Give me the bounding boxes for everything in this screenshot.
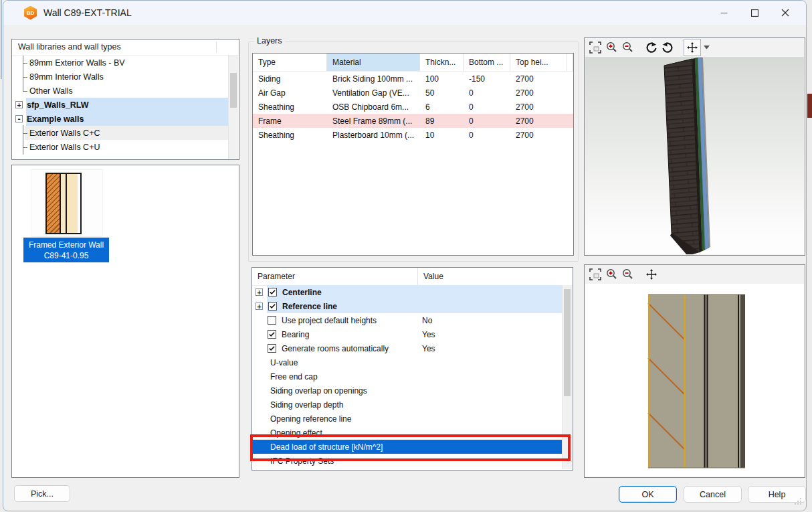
layer-row[interactable]: SheathingPlasterboard 10mm (...1002700 <box>253 128 573 142</box>
column-header-value[interactable]: Value <box>417 268 443 285</box>
pick-button[interactable]: Pick... <box>14 485 70 502</box>
parameter-row[interactable]: IFC Property Sets <box>253 454 563 468</box>
tree-header[interactable]: Wall libraries and wall types <box>12 39 239 56</box>
tree-item[interactable]: Exterior Walls C+U <box>13 140 229 154</box>
layers-table-header: Type Material Thickn... Bottom ... Top h… <box>253 54 573 72</box>
tree-item-label: Example walls <box>27 114 84 124</box>
orbit-icon[interactable] <box>684 39 701 56</box>
parameter-label: Bearing <box>282 330 309 339</box>
parameter-table: Parameter Value +Centerline+Reference li… <box>251 267 573 471</box>
window-title: Wall C89-EXT-TRIAL <box>43 7 132 18</box>
rotate-left-icon[interactable] <box>643 39 659 56</box>
pan-icon[interactable] <box>643 266 659 282</box>
fit-to-window-icon[interactable] <box>587 266 603 282</box>
tree-item[interactable]: -Example walls <box>13 112 229 126</box>
orbit-dropdown-icon[interactable] <box>701 39 712 56</box>
column-header-top-height[interactable]: Top hei... <box>510 54 567 71</box>
layer-row[interactable]: SheathingOSB Chipboard 6m...602700 <box>253 100 573 114</box>
tree-item-label: Other Walls <box>29 86 73 96</box>
tree-item[interactable]: 89mm Exterior Walls - BV <box>13 56 229 70</box>
layer-cell-type: Sheathing <box>253 100 327 114</box>
parameter-row[interactable]: Use project default heightsNo <box>253 313 563 327</box>
parameter-row[interactable]: +Centerline <box>253 285 563 299</box>
thumb-layer-frame <box>67 174 78 233</box>
tree-item[interactable]: Other Walls <box>13 84 229 98</box>
tree-item[interactable]: +sfp_Walls_RLW <box>13 98 229 112</box>
layer-row[interactable]: FrameSteel Frame 89mm (...8902700 <box>253 114 573 128</box>
rotate-right-icon[interactable] <box>659 39 676 56</box>
close-button[interactable] <box>770 1 801 25</box>
wall-name: Framed Exterior Wall <box>23 240 109 250</box>
checkbox-checked[interactable] <box>268 344 276 353</box>
viewer-3d-viewport[interactable] <box>585 57 804 254</box>
maximize-button[interactable] <box>739 1 770 25</box>
tree-item[interactable]: 89mm Interior Walls <box>13 70 229 84</box>
tree-item[interactable]: Exterior Walls C+C <box>13 126 229 140</box>
tree-scrollbar-thumb[interactable] <box>230 73 237 108</box>
parameter-label: Opening effect <box>270 428 322 438</box>
tree-item-label: Exterior Walls C+C <box>29 129 100 138</box>
layer-cell-material: Brick Siding 100mm ... <box>327 72 420 86</box>
tree-item-label: 89mm Interior Walls <box>29 72 104 82</box>
parameter-row[interactable]: BearingYes <box>253 327 563 341</box>
parameter-scrollbar[interactable] <box>562 285 572 469</box>
parameter-label: Siding overlap on openings <box>270 386 367 396</box>
parameter-label: U-value <box>270 358 298 367</box>
layer-cell-type: Air Gap <box>253 86 327 100</box>
parameter-row[interactable]: +Reference line <box>253 299 563 313</box>
ok-button[interactable]: OK <box>619 486 677 503</box>
wall-thumbnail-label[interactable]: Framed Exterior Wall C89-41-0.95 <box>23 238 109 262</box>
checkbox-checked[interactable] <box>268 330 276 339</box>
parameter-value: Yes <box>422 330 435 339</box>
parameter-row[interactable]: Generate rooms automaticallyYes <box>253 341 563 355</box>
zoom-out-icon[interactable] <box>619 266 635 282</box>
column-header-parameter[interactable]: Parameter <box>252 268 417 285</box>
viewer-2d-toolbar <box>585 265 805 284</box>
zoom-in-icon[interactable] <box>603 39 619 56</box>
layer-cell-thickness: 100 <box>420 72 464 86</box>
parameter-value: No <box>422 316 432 325</box>
viewer-2d-viewport[interactable] <box>585 284 804 477</box>
app-icon: BD <box>23 6 37 20</box>
parameter-row[interactable]: Opening effect <box>253 426 563 440</box>
column-header-material[interactable]: Material <box>327 54 420 71</box>
cancel-button[interactable]: Cancel <box>684 486 742 503</box>
checkbox-unchecked[interactable] <box>268 316 276 325</box>
parameter-label: Siding overlap depth <box>270 400 343 410</box>
tree-scrollbar[interactable] <box>228 56 238 159</box>
parameter-row[interactable]: Opening reference line <box>253 412 563 426</box>
layer-cell-material: Steel Frame 89mm (... <box>327 114 420 128</box>
layer-row[interactable]: Air GapVentilation Gap (VE...5002700 <box>253 86 573 100</box>
column-header-type[interactable]: Type <box>253 54 327 71</box>
layer-row[interactable]: SidingBrick Siding 100mm ...100-1502700 <box>253 72 573 86</box>
layer-cell-thickness: 50 <box>420 86 464 100</box>
collapse-icon[interactable]: - <box>15 115 23 122</box>
parameter-row[interactable]: Siding overlap on openings <box>253 383 563 398</box>
checkbox-checked[interactable] <box>268 302 277 311</box>
layer-cell-bottom: 0 <box>464 114 510 128</box>
parameter-row[interactable]: Free end cap <box>253 369 563 383</box>
parameter-row[interactable]: Dead load of structure [kN/m^2] <box>253 440 563 454</box>
parameter-row[interactable]: Siding overlap depth <box>253 398 563 412</box>
layer-cell-thickness: 6 <box>420 100 464 114</box>
column-header-bottom[interactable]: Bottom ... <box>464 54 510 71</box>
parameter-scrollbar-thumb[interactable] <box>564 289 571 396</box>
expand-icon[interactable]: + <box>256 303 263 310</box>
zoom-out-icon[interactable] <box>619 39 635 56</box>
checkbox-checked[interactable] <box>268 288 277 296</box>
column-header-thickness[interactable]: Thickn... <box>420 54 464 71</box>
parameter-table-header: Parameter Value <box>252 268 573 286</box>
minimize-button[interactable] <box>708 1 739 25</box>
wall-thumbnail[interactable] <box>31 169 103 237</box>
parameter-row[interactable]: U-value <box>253 355 563 369</box>
resize-grip-icon[interactable] <box>795 495 802 507</box>
layer-cell-material: Plasterboard 10mm (... <box>327 128 420 142</box>
zoom-in-icon[interactable] <box>603 266 619 282</box>
expand-icon[interactable]: + <box>256 288 263 296</box>
expand-icon[interactable]: + <box>15 101 23 108</box>
tree-item-label: sfp_Walls_RLW <box>27 100 89 110</box>
fit-to-window-icon[interactable] <box>587 39 603 56</box>
background-window-red-strip <box>807 94 812 118</box>
layer-cell-material: Ventilation Gap (VE... <box>327 86 420 100</box>
layer-cell-bottom: 0 <box>464 100 510 114</box>
